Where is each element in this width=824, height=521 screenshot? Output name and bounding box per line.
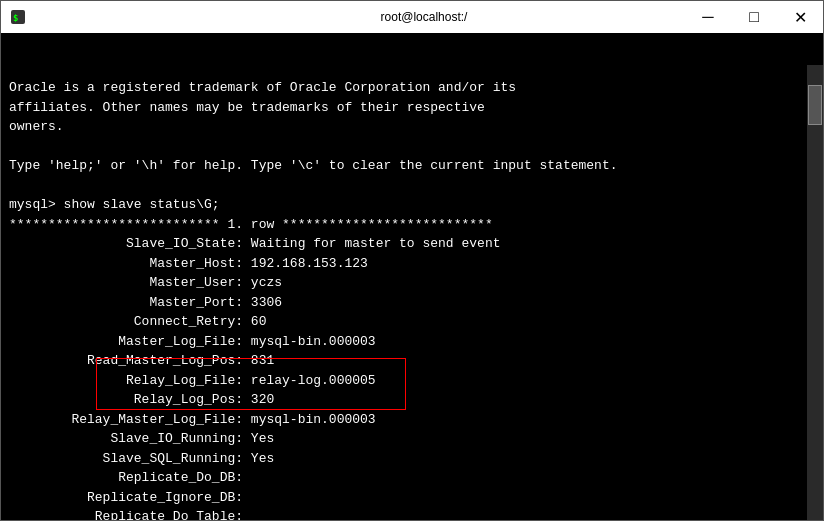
terminal-output[interactable]: Oracle is a registered trademark of Orac… (1, 33, 823, 520)
terminal-window: $ root@localhost:/ ─ □ ✕ Oracle is a reg… (0, 0, 824, 521)
window-controls: ─ □ ✕ (685, 1, 823, 33)
minimize-button[interactable]: ─ (685, 1, 731, 33)
scrollbar[interactable] (807, 65, 823, 520)
terminal-text: Oracle is a registered trademark of Orac… (9, 78, 815, 520)
titlebar: $ root@localhost:/ ─ □ ✕ (1, 1, 823, 33)
maximize-button[interactable]: □ (731, 1, 777, 33)
close-button[interactable]: ✕ (777, 1, 823, 33)
app-icon: $ (9, 8, 27, 26)
svg-text:$: $ (13, 13, 18, 23)
scrollbar-thumb[interactable] (808, 85, 822, 125)
